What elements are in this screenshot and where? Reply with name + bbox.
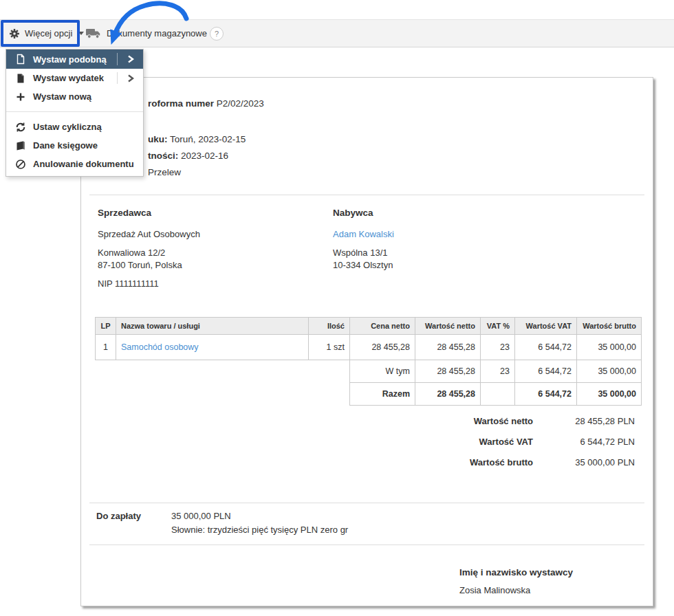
- due-date-value: 2023-02-16: [181, 151, 228, 161]
- invoice-number-value: P2/02/2023: [217, 98, 264, 109]
- summary-row-gross: Wartość brutto 35 000,00 PLN: [423, 452, 635, 472]
- item-name-link[interactable]: Samochód osobowy: [121, 342, 199, 352]
- col-header-unit-net: Cena netto: [350, 318, 415, 335]
- book-icon: [15, 140, 26, 151]
- item-gross: 35 000,00: [577, 335, 642, 360]
- summary-net-label: Wartość netto: [423, 416, 533, 426]
- col-header-vat: Wartość VAT: [515, 318, 577, 335]
- col-header-vat-rate: VAT %: [481, 318, 515, 335]
- subtotal-label: W tym: [350, 360, 415, 383]
- warehouse-docs-label: Dokumenty magazynowe: [107, 28, 207, 38]
- seller-tax-id: NIP 1111111111: [98, 278, 200, 290]
- seller-heading: Sprzedawca: [98, 207, 200, 219]
- invoice-document: roforma numer P2/02/2023 uku: Toruń, 202…: [80, 77, 653, 606]
- chevron-right-icon: [127, 74, 134, 82]
- summary-gross-label: Wartość brutto: [423, 457, 533, 468]
- help-button[interactable]: ?: [210, 27, 224, 41]
- menu-item-anulowanie-dokumentu[interactable]: Anulowanie dokumentu: [6, 155, 143, 173]
- more-options-label: Więcej opcji: [25, 28, 72, 38]
- total-gross: 35 000,00: [577, 383, 642, 406]
- item-vat: 6 544,72: [515, 335, 577, 360]
- issue-date-label-fragment: uku:: [148, 134, 168, 144]
- submenu-separator: [117, 53, 118, 65]
- items-table: LP Nazwa towaru / usługi Ilość Cena nett…: [95, 317, 642, 406]
- menu-item-label: Wystaw nową: [33, 91, 91, 102]
- dropdown-menu: Wystaw podobną Wystaw wydatek: [6, 49, 144, 177]
- issue-date-value: Toruń, 2023-02-15: [170, 134, 246, 144]
- truck-icon: [85, 28, 102, 39]
- item-lp: 1: [96, 335, 116, 360]
- summary-row-net: Wartość netto 28 455,28 PLN: [423, 410, 635, 431]
- caret-down-icon: [78, 32, 84, 35]
- total-net: 28 455,28: [415, 383, 481, 406]
- warehouse-docs-dropdown[interactable]: Dokumenty magazynowe: [85, 20, 219, 47]
- col-header-gross: Wartość brutto: [577, 318, 642, 335]
- amount-due-label: Do zapłaty: [96, 511, 141, 521]
- total-vat: 6 544,72: [515, 383, 577, 406]
- col-header-qty: Ilość: [309, 318, 350, 335]
- total-row: Razem 28 455,28 6 544,72 35 000,00: [96, 383, 642, 406]
- file-filled-icon: [15, 73, 26, 84]
- buyer-address-line2: 10-334 Olsztyn: [333, 259, 394, 272]
- menu-item-dane-ksiegowe[interactable]: Dane księgowe: [6, 136, 143, 155]
- refresh-icon: [15, 122, 26, 133]
- seller-address-line1: Konwaliowa 12/2: [98, 247, 200, 259]
- due-date-line: tności: 2023-02-16: [148, 151, 228, 161]
- issue-date-line: uku: Toruń, 2023-02-15: [148, 134, 246, 144]
- buyer-address-line1: Wspólna 13/1: [333, 247, 394, 259]
- item-qty: 1 szt: [309, 335, 350, 360]
- due-date-label-fragment: tności:: [148, 151, 178, 161]
- cancel-circle-icon: [15, 159, 26, 170]
- menu-item-label: Wystaw podobną: [33, 54, 107, 65]
- col-header-net: Wartość netto: [415, 318, 481, 335]
- item-row: 1 Samochód osobowy 1 szt 28 455,28 28 45…: [96, 335, 642, 360]
- menu-item-ustaw-cykliczna[interactable]: Ustaw cykliczną: [6, 118, 143, 136]
- issuer-name: Zosia Malinowska: [459, 585, 530, 595]
- summary-row-vat: Wartość VAT 6 544,72 PLN: [423, 431, 635, 452]
- amount-due-value: 35 000,00 PLN: [171, 511, 231, 521]
- menu-item-label: Dane księgowe: [33, 140, 98, 151]
- spacer-cell: [96, 360, 350, 383]
- menu-item-label: Wystaw wydatek: [33, 73, 104, 83]
- summary-net-value: 28 455,28 PLN: [533, 416, 635, 426]
- item-vat-rate: 23: [481, 335, 515, 360]
- submenu-separator: [117, 72, 118, 84]
- spacer-cell: [96, 383, 350, 406]
- subtotal-row: W tym 28 455,28 23 6 544,72 35 000,00: [96, 360, 642, 383]
- summary-vat-value: 6 544,72 PLN: [533, 437, 635, 447]
- divider: [89, 544, 644, 545]
- subtotal-net: 28 455,28: [415, 360, 481, 383]
- gear-icon: [9, 28, 20, 39]
- seller-address-line2: 87-100 Toruń, Polska: [98, 259, 200, 272]
- file-outline-icon: [15, 54, 26, 65]
- menu-item-label: Anulowanie dokumentu: [33, 159, 134, 169]
- total-label: Razem: [350, 383, 415, 406]
- page: Więcej opcji Dokumenty magazynowe ?: [0, 0, 674, 616]
- issuer-label: Imię i nazwisko wystawcy: [459, 567, 573, 578]
- table-header-row: LP Nazwa towaru / usługi Ilość Cena nett…: [96, 318, 642, 335]
- col-header-name: Nazwa towaru / usługi: [116, 318, 309, 335]
- item-unit-net: 28 455,28: [350, 335, 415, 360]
- menu-divider: [6, 111, 143, 112]
- invoice-number-line: roforma numer P2/02/2023: [148, 98, 264, 109]
- toolbar: Więcej opcji Dokumenty magazynowe ?: [0, 19, 674, 47]
- chevron-right-icon: [127, 55, 134, 63]
- seller-section: Sprzedawca Sprzedaż Aut Osobowych Konwal…: [98, 207, 200, 290]
- menu-item-wystaw-wydatek[interactable]: Wystaw wydatek: [6, 69, 143, 87]
- divider: [89, 503, 644, 503]
- divider: [89, 195, 644, 195]
- payment-method-line: Przelew: [148, 167, 181, 177]
- plus-icon: [15, 91, 26, 102]
- menu-item-wystaw-podobna[interactable]: Wystaw podobną: [6, 50, 143, 69]
- subtotal-vat-rate: 23: [481, 360, 515, 383]
- more-options-button[interactable]: Więcej opcji: [9, 20, 84, 47]
- invoice-number-label-fragment: roforma numer: [148, 98, 214, 109]
- amount-in-words: Słownie: trzydzieści pięć tysięcy PLN ze…: [171, 525, 348, 535]
- summary-vat-label: Wartość VAT: [423, 437, 533, 447]
- payment-method-value: Przelew: [148, 167, 181, 177]
- buyer-name-link[interactable]: Adam Kowalski: [333, 228, 394, 241]
- subtotal-vat: 6 544,72: [515, 360, 577, 383]
- menu-item-wystaw-nowa[interactable]: Wystaw nową: [6, 87, 143, 106]
- col-header-lp: LP: [96, 318, 116, 335]
- seller-name: Sprzedaż Aut Osobowych: [98, 228, 200, 241]
